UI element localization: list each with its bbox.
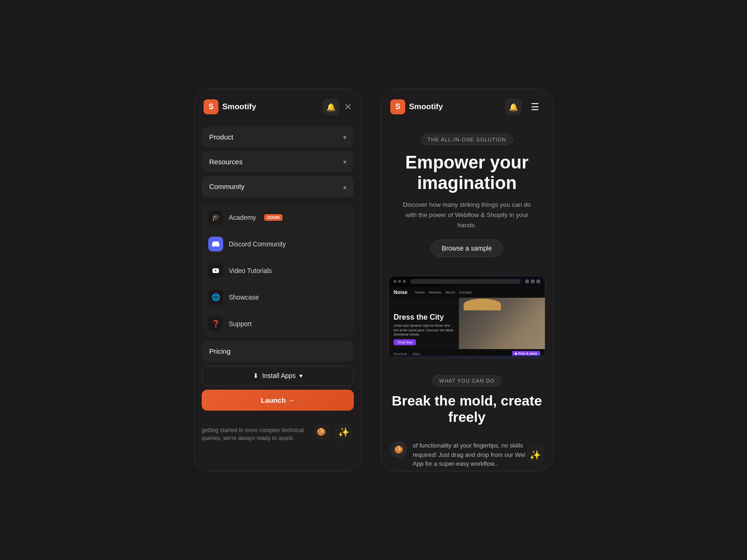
pricing-menu-item[interactable]: Pricing — [202, 341, 354, 362]
noise-website-preview: Noise Home Women About Contact Dress the… — [389, 287, 545, 356]
browser-dot-3 — [403, 280, 406, 283]
browse-sample-button[interactable]: Browse a sample — [431, 239, 502, 257]
academy-icon: 🎓 — [208, 210, 223, 225]
browser-dot-1 — [394, 280, 396, 283]
submenu-item-videos[interactable]: Video Tutorials — [202, 258, 354, 284]
browser-bar — [389, 276, 545, 287]
browser-url — [410, 279, 521, 284]
submenu-item-discord[interactable]: Discord Community — [202, 231, 354, 258]
noise-nav-women: Women — [429, 290, 441, 294]
noise-nav-home: Home — [415, 290, 425, 294]
noise-text-overlay: Dress the City Urban and dynamic style f… — [389, 309, 459, 350]
showcase-icon: 🌐 — [208, 290, 223, 305]
hero-subtitle: Discover how many striking things you ca… — [402, 200, 532, 230]
brand-reebok: Reebok — [394, 352, 407, 356]
bell-button-left[interactable]: 🔔 — [323, 98, 339, 115]
noise-hero: Dress the City Urban and dynamic style f… — [389, 298, 545, 349]
logo-text-left: Smootify — [222, 102, 256, 112]
menu-item-community[interactable]: Community ▴ — [202, 176, 354, 197]
menu-item-resources[interactable]: Resources ▾ — [202, 151, 354, 172]
noise-header: Noise Home Women About Contact — [389, 287, 545, 298]
noise-nav-about: About — [445, 290, 455, 294]
brand-nike: Nike — [413, 352, 421, 356]
chevron-down-icon-install: ▾ — [299, 372, 303, 379]
download-icon: ⬇ — [253, 372, 259, 379]
noise-cta[interactable]: Shop Now — [394, 339, 416, 345]
right-topnav: S Smootify 🔔 ☰ — [381, 89, 553, 123]
hero-badge: THE ALL-IN-ONE SOLUTION — [421, 134, 513, 145]
bottom-help-text: getting started to more complex technica… — [202, 427, 307, 442]
noise-desc: Urban and dynamic style for those who li… — [394, 323, 454, 337]
brand-extra: ▶ Free & more — [512, 351, 540, 356]
logo-icon-left: S — [204, 99, 218, 114]
submenu-item-academy[interactable]: 🎓 Academy SOON — [202, 204, 354, 231]
browser-icon-sm-2 — [531, 280, 535, 283]
sparkle-button-right[interactable]: ✨ — [525, 445, 545, 465]
sparkle-button-left[interactable]: ✨ — [333, 422, 354, 442]
discord-icon — [208, 237, 223, 252]
noise-nav-contact: Contact — [459, 290, 472, 294]
close-button-left[interactable]: ✕ — [344, 101, 352, 112]
logo-left: S Smootify — [204, 99, 256, 114]
section-divider: WHAT YOU CAN DO Break the mold, create f… — [381, 368, 553, 435]
logo-icon-right: S — [390, 99, 405, 114]
menu-section: Product ▾ Resources ▾ Community ▴ — [194, 123, 361, 204]
submenu-item-showcase[interactable]: 🌐 Showcase — [202, 284, 354, 311]
noise-logo: Noise — [394, 289, 408, 295]
bottom-bar-left: getting started to more complex technica… — [194, 418, 361, 450]
noise-brands: Reebok Nike ▶ Free & more — [389, 349, 545, 356]
browser-icons — [525, 280, 540, 283]
section-badge: WHAT YOU CAN DO — [432, 375, 502, 386]
nav-actions-right: 🔔 ☰ — [505, 98, 543, 115]
preview-card: Noise Home Women About Contact Dress the… — [388, 276, 545, 358]
install-apps-button[interactable]: ⬇ Install Apps ▾ — [202, 365, 354, 386]
logo-text-right: Smootify — [409, 102, 443, 112]
preview-inner: Noise Home Women About Contact Dress the… — [389, 276, 545, 358]
section-title: Break the mold, create freely — [390, 393, 543, 425]
youtube-icon — [208, 263, 223, 278]
support-icon: ❓ — [208, 316, 223, 331]
bottom-bar-right: ✨ — [381, 445, 553, 465]
community-submenu: 🎓 Academy SOON Discord Community Video T… — [202, 204, 354, 337]
bell-button-right[interactable]: 🔔 — [505, 98, 522, 115]
hamburger-button[interactable]: ☰ — [527, 98, 543, 115]
right-phone: S Smootify 🔔 ☰ THE ALL-IN-ONE SOLUTION E… — [381, 89, 553, 471]
browser-icon-sm-3 — [536, 280, 540, 283]
submenu-item-support[interactable]: ❓ Support — [202, 311, 354, 337]
chevron-down-icon: ▾ — [343, 133, 346, 141]
noise-title: Dress the City — [394, 313, 454, 322]
launch-button[interactable]: Launch → — [202, 390, 354, 411]
hero-section: THE ALL-IN-ONE SOLUTION Empower your ima… — [381, 123, 553, 276]
menu-item-product[interactable]: Product ▾ — [202, 126, 354, 147]
chevron-down-icon-2: ▾ — [343, 158, 346, 166]
logo-right: S Smootify — [390, 99, 443, 114]
soon-badge: SOON — [264, 214, 282, 221]
hero-title: Empower your imagination — [390, 153, 543, 193]
chevron-up-icon: ▴ — [343, 183, 346, 190]
cookie-icon[interactable]: 🍪 — [313, 424, 330, 441]
left-topnav: S Smootify 🔔 ✕ — [194, 89, 361, 123]
browser-dot-2 — [398, 280, 401, 283]
browser-icon-sm-1 — [525, 280, 529, 283]
left-phone: S Smootify 🔔 ✕ Product ▾ Resources ▾ Com… — [194, 89, 362, 471]
noise-nav: Home Women About Contact — [415, 290, 472, 294]
nav-actions-left: 🔔 ✕ — [323, 98, 352, 115]
